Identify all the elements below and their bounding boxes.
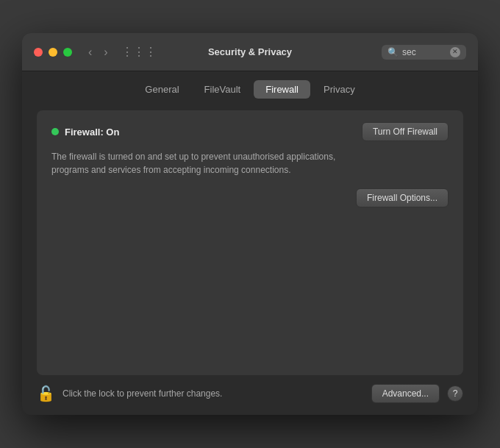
- firewall-status-row: Firewall: On Turn Off Firewall: [51, 122, 449, 141]
- tab-general[interactable]: General: [133, 80, 190, 99]
- search-icon: 🔍: [388, 47, 399, 57]
- maximize-button[interactable]: [63, 48, 72, 57]
- lock-message: Click the lock to prevent further change…: [63, 388, 364, 399]
- advanced-button[interactable]: Advanced...: [371, 384, 440, 403]
- window-title: Security & Privacy: [208, 46, 292, 57]
- main-window: ‹ › ⋮⋮⋮ Security & Privacy 🔍 ✕ General F…: [22, 33, 478, 415]
- traffic-lights: [34, 48, 72, 57]
- tabs-bar: General FileVault Firewall Privacy: [22, 71, 478, 99]
- search-input[interactable]: [402, 47, 446, 57]
- grid-icon: ⋮⋮⋮: [121, 45, 157, 59]
- tab-filevault[interactable]: FileVault: [193, 80, 253, 99]
- firewall-status-label: Firewall: On: [65, 127, 119, 138]
- firewall-description: The firewall is turned on and set up to …: [51, 150, 360, 177]
- lock-icon[interactable]: 🔓: [37, 385, 55, 402]
- back-button[interactable]: ‹: [84, 44, 96, 60]
- help-button[interactable]: ?: [447, 385, 463, 402]
- bottom-bar: 🔓 Click the lock to prevent further chan…: [22, 375, 478, 415]
- firewall-panel: Firewall: On Turn Off Firewall The firew…: [37, 110, 463, 375]
- titlebar: ‹ › ⋮⋮⋮ Security & Privacy 🔍 ✕: [22, 33, 478, 71]
- status-left: Firewall: On: [51, 127, 119, 138]
- close-button[interactable]: [34, 48, 43, 57]
- tab-firewall[interactable]: Firewall: [254, 80, 310, 99]
- firewall-options-button[interactable]: Firewall Options...: [356, 188, 449, 207]
- search-clear-button[interactable]: ✕: [450, 47, 460, 57]
- firewall-status-dot: [51, 128, 59, 135]
- main-content: Firewall: On Turn Off Firewall The firew…: [22, 99, 478, 375]
- tab-privacy[interactable]: Privacy: [312, 80, 367, 99]
- minimize-button[interactable]: [49, 48, 57, 57]
- nav-buttons: ‹ ›: [84, 44, 113, 60]
- turn-off-firewall-button[interactable]: Turn Off Firewall: [362, 122, 449, 141]
- forward-button[interactable]: ›: [99, 44, 112, 60]
- search-bar[interactable]: 🔍 ✕: [382, 45, 466, 60]
